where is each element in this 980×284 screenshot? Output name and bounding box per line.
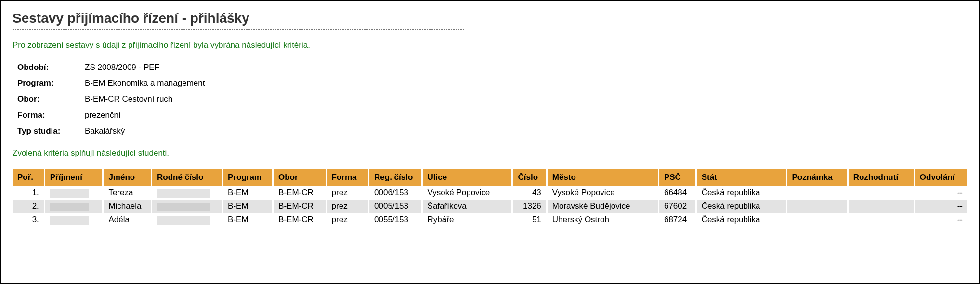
th-cislo[interactable]: Číslo [512,169,547,186]
criteria-value: ZS 2008/2009 - PEF [85,61,159,75]
criteria-row-program: Program: B-EM Ekonomika a management [17,77,967,91]
cell-rodne-cislo [152,186,222,200]
cell-odvolani: -- [914,213,967,227]
cell-stat: Česká republika [696,186,786,200]
table-header-row: Poř. Příjmení Jméno Rodné číslo Program … [13,169,967,186]
criteria-row-typ: Typ studia: Bakalářský [17,124,967,138]
criteria-label: Typ studia: [17,124,85,138]
page-title: Sestavy přijímacího řízení - přihlášky [13,11,967,26]
cell-jmeno: Michaela [103,200,152,213]
cell-obor: B-EM-CR [273,200,327,213]
criteria-value: prezenční [85,108,121,122]
th-stat[interactable]: Stát [696,169,786,186]
th-mesto[interactable]: Město [547,169,658,186]
cell-prijmeni [44,200,103,213]
criteria-value: B-EM Ekonomika a management [85,77,205,91]
cell-psc: 68724 [658,213,696,227]
cell-ulice: Šafaříkova [422,200,512,213]
redacted-surname [50,189,89,198]
cell-obor: B-EM-CR [273,213,327,227]
cell-obor: B-EM-CR [273,186,327,200]
table-row[interactable]: 1. Tereza B-EM B-EM-CR prez 0006/153 Vys… [13,186,967,200]
cell-psc: 66484 [658,186,696,200]
cell-prijmeni [44,213,103,227]
criteria-label: Obor: [17,93,85,107]
cell-odvolani: -- [914,186,967,200]
th-forma[interactable]: Forma [326,169,368,186]
cell-mesto: Uherský Ostroh [547,213,658,227]
cell-jmeno: Tereza [103,186,152,200]
cell-rozhodnuti [848,213,914,227]
cell-rodne-cislo [152,200,222,213]
th-obor[interactable]: Obor [273,169,327,186]
cell-rodne-cislo [152,213,222,227]
cell-reg-cislo: 0005/153 [369,200,422,213]
cell-por: 1. [13,186,44,200]
redacted-birthno [157,189,210,198]
page-frame: Sestavy přijímacího řízení - přihlášky P… [0,0,980,284]
cell-reg-cislo: 0055/153 [369,213,422,227]
criteria-label: Forma: [17,108,85,122]
subintro-text: Zvolená kritéria splňují následující stu… [13,149,967,158]
cell-poznamka [786,186,848,200]
cell-cislo: 51 [512,213,547,227]
criteria-label: Program: [17,77,85,91]
cell-ulice: Vysoké Popovice [422,186,512,200]
redacted-surname [50,203,89,211]
th-rodne-cislo[interactable]: Rodné číslo [152,169,222,186]
criteria-label: Období: [17,61,85,75]
th-odvolani[interactable]: Odvolání [914,169,967,186]
criteria-row-obdobi: Období: ZS 2008/2009 - PEF [17,61,967,75]
th-por[interactable]: Poř. [13,169,44,186]
cell-rozhodnuti [848,186,914,200]
cell-program: B-EM [222,213,273,227]
cell-program: B-EM [222,186,273,200]
th-ulice[interactable]: Ulice [422,169,512,186]
cell-forma: prez [326,200,368,213]
students-table: Poř. Příjmení Jméno Rodné číslo Program … [13,169,967,227]
criteria-row-forma: Forma: prezenční [17,108,967,122]
th-psc[interactable]: PSČ [658,169,696,186]
title-divider [13,29,465,30]
cell-jmeno: Adéla [103,213,152,227]
cell-poznamka [786,213,848,227]
table-row[interactable]: 2. Michaela B-EM B-EM-CR prez 0005/153 Š… [13,200,967,213]
cell-mesto: Moravské Budějovice [547,200,658,213]
criteria-row-obor: Obor: B-EM-CR Cestovní ruch [17,93,967,107]
cell-forma: prez [326,213,368,227]
cell-cislo: 1326 [512,200,547,213]
cell-poznamka [786,200,848,213]
cell-por: 3. [13,213,44,227]
cell-odvolani: -- [914,200,967,213]
th-reg-cislo[interactable]: Reg. číslo [369,169,422,186]
cell-stat: Česká republika [696,213,786,227]
th-program[interactable]: Program [222,169,273,186]
th-poznamka[interactable]: Poznámka [786,169,848,186]
redacted-birthno [157,216,210,225]
criteria-value: Bakalářský [85,124,125,138]
intro-text: Pro zobrazení sestavy s údaji z přijímac… [13,41,967,50]
cell-stat: Česká republika [696,200,786,213]
cell-prijmeni [44,186,103,200]
cell-cislo: 43 [512,186,547,200]
criteria-block: Období: ZS 2008/2009 - PEF Program: B-EM… [17,61,967,138]
cell-program: B-EM [222,200,273,213]
cell-mesto: Vysoké Popovice [547,186,658,200]
table-row[interactable]: 3. Adéla B-EM B-EM-CR prez 0055/153 Rybá… [13,213,967,227]
cell-reg-cislo: 0006/153 [369,186,422,200]
cell-psc: 67602 [658,200,696,213]
redacted-surname [50,216,89,225]
th-prijmeni[interactable]: Příjmení [44,169,103,186]
th-rozhodnuti[interactable]: Rozhodnutí [848,169,914,186]
criteria-value: B-EM-CR Cestovní ruch [85,93,172,107]
cell-por: 2. [13,200,44,213]
th-jmeno[interactable]: Jméno [103,169,152,186]
cell-rozhodnuti [848,200,914,213]
cell-forma: prez [326,186,368,200]
redacted-birthno [157,203,210,211]
cell-ulice: Rybáře [422,213,512,227]
